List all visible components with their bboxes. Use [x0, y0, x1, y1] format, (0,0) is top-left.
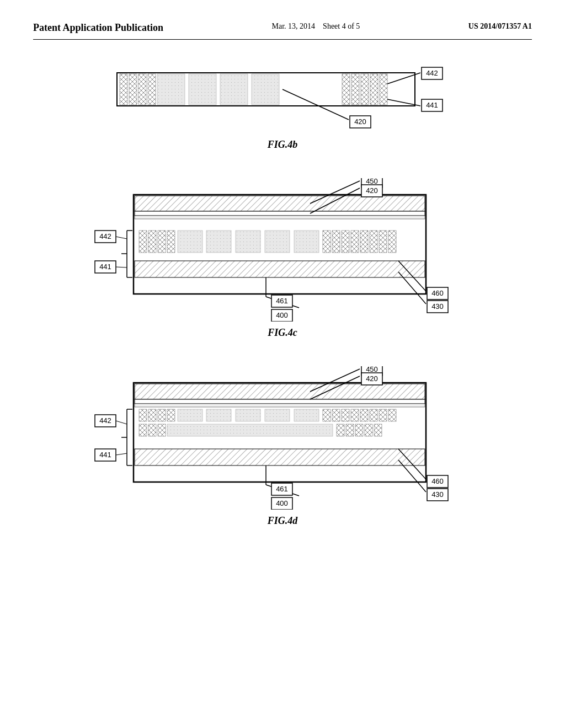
figure-4d: 442 441 450 420	[67, 366, 498, 527]
svg-rect-48	[206, 231, 231, 253]
sheet-number: Sheet 4 of 5	[323, 22, 360, 30]
svg-text:400: 400	[276, 311, 288, 319]
svg-rect-51	[294, 231, 319, 253]
svg-rect-116	[379, 409, 387, 421]
svg-rect-121	[167, 424, 333, 436]
svg-rect-97	[135, 384, 425, 399]
svg-rect-108	[265, 409, 290, 421]
svg-rect-126	[374, 424, 382, 436]
svg-rect-103	[158, 409, 166, 421]
svg-text:441: 441	[426, 101, 438, 109]
svg-line-71	[116, 267, 127, 267]
svg-rect-115	[370, 409, 377, 421]
svg-text:460: 460	[431, 477, 444, 485]
svg-rect-110	[323, 409, 331, 421]
svg-rect-60	[135, 261, 425, 277]
svg-rect-109	[294, 409, 319, 421]
svg-text:441: 441	[99, 263, 111, 271]
svg-rect-106	[206, 409, 231, 421]
svg-rect-52	[323, 231, 331, 253]
svg-rect-19	[380, 74, 387, 105]
fig4c-svg: 442 441 450 420	[67, 178, 498, 322]
svg-text:441: 441	[99, 451, 111, 459]
svg-rect-102	[148, 409, 156, 421]
svg-rect-56	[360, 231, 368, 253]
svg-rect-118	[139, 424, 147, 436]
svg-rect-57	[370, 231, 377, 253]
fig4b-svg: 442 441 420	[95, 62, 470, 133]
sheet-info: Mar. 13, 2014 Sheet 4 of 5	[272, 22, 360, 31]
svg-rect-42	[135, 216, 425, 219]
svg-text:442: 442	[426, 69, 438, 77]
svg-text:450: 450	[366, 178, 378, 185]
patent-number: US 2014/071357 A1	[468, 22, 532, 31]
svg-rect-54	[342, 231, 349, 253]
svg-rect-10	[148, 74, 156, 105]
svg-rect-17	[361, 74, 369, 105]
svg-rect-13	[220, 74, 248, 105]
patent-page: Patent Application Publication Mar. 13, …	[0, 0, 565, 728]
svg-rect-16	[351, 74, 359, 105]
svg-rect-123	[346, 424, 354, 436]
svg-rect-101	[139, 409, 147, 421]
svg-text:442: 442	[99, 232, 111, 240]
svg-rect-117	[388, 409, 396, 421]
figure-4b: 442 441 420 FIG.4b	[67, 62, 498, 151]
svg-rect-122	[337, 424, 344, 436]
page-header: Patent Application Publication Mar. 13, …	[33, 22, 532, 40]
svg-rect-53	[332, 231, 340, 253]
svg-rect-44	[148, 231, 156, 253]
svg-rect-114	[360, 409, 368, 421]
svg-line-135	[116, 421, 127, 424]
svg-rect-8	[129, 74, 137, 105]
svg-rect-9	[138, 74, 146, 105]
svg-rect-119	[148, 424, 156, 436]
svg-rect-47	[178, 231, 202, 253]
svg-text:420: 420	[354, 117, 366, 126]
svg-rect-14	[252, 74, 279, 105]
svg-rect-107	[236, 409, 260, 421]
fig4d-label: FIG.4d	[268, 515, 298, 527]
svg-rect-45	[158, 231, 166, 253]
svg-rect-112	[342, 409, 349, 421]
svg-rect-104	[167, 409, 175, 421]
svg-rect-55	[351, 231, 359, 253]
svg-rect-15	[342, 74, 350, 105]
fig4d-svg: 442 441 450 420	[67, 366, 498, 510]
svg-rect-18	[370, 74, 378, 105]
svg-text:400: 400	[276, 499, 288, 507]
fig4c-label: FIG.4c	[268, 327, 297, 339]
svg-rect-11	[157, 74, 185, 105]
figure-4c: 442 441 450 420	[67, 178, 498, 339]
svg-line-138	[116, 453, 127, 455]
fig4b-label: FIG.4b	[268, 139, 298, 151]
svg-rect-39	[135, 196, 425, 211]
svg-rect-100	[135, 404, 425, 407]
svg-text:420: 420	[366, 374, 378, 383]
svg-rect-12	[189, 74, 216, 105]
svg-text:461: 461	[276, 485, 288, 493]
svg-rect-99	[135, 399, 425, 404]
svg-rect-105	[178, 409, 202, 421]
svg-rect-41	[135, 211, 425, 216]
svg-rect-59	[388, 231, 396, 253]
figures-container: 442 441 420 FIG.4b	[33, 62, 532, 527]
publication-title: Patent Application Publication	[33, 22, 163, 34]
svg-text:461: 461	[276, 297, 288, 305]
svg-rect-46	[167, 231, 175, 253]
svg-rect-58	[379, 231, 387, 253]
svg-rect-7	[120, 74, 127, 105]
svg-line-68	[116, 237, 127, 239]
svg-rect-125	[365, 424, 372, 436]
svg-text:430: 430	[431, 302, 444, 311]
svg-rect-127	[135, 449, 425, 465]
svg-rect-50	[265, 231, 290, 253]
svg-rect-113	[351, 409, 359, 421]
svg-rect-43	[139, 231, 147, 253]
svg-text:430: 430	[431, 490, 444, 499]
svg-rect-111	[332, 409, 340, 421]
svg-rect-49	[236, 231, 260, 253]
svg-rect-120	[158, 424, 166, 436]
svg-text:420: 420	[366, 186, 378, 195]
svg-rect-124	[355, 424, 363, 436]
